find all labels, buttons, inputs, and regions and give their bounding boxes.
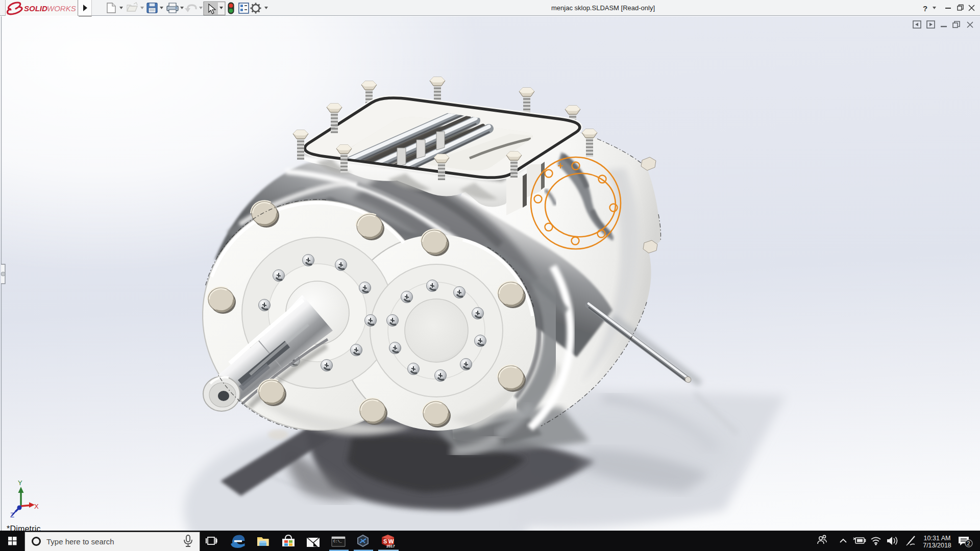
svg-text:Z: Z [10, 511, 14, 519]
svg-text:10:31 AM: 10:31 AM [924, 535, 951, 542]
svg-text:C:\_: C:\_ [333, 539, 342, 543]
svg-text:7/13/2018: 7/13/2018 [923, 542, 951, 549]
svg-text:Y: Y [18, 479, 22, 487]
svg-text:?: ? [923, 4, 927, 13]
svg-text:X: X [34, 503, 39, 510]
svg-text:2: 2 [967, 540, 970, 546]
svg-text:SOLID: SOLID [24, 4, 47, 13]
svg-text:WORKS: WORKS [47, 4, 76, 13]
svg-text:2017: 2017 [386, 544, 395, 548]
